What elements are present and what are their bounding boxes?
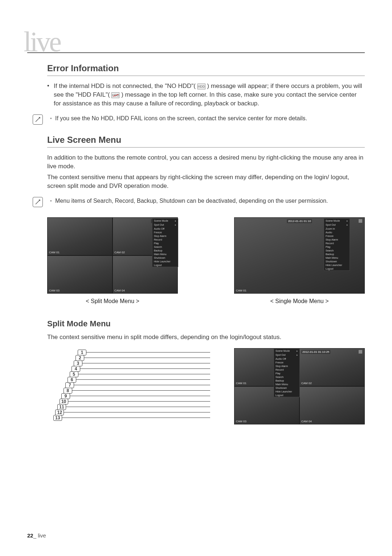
callout-row: 8 [47, 388, 210, 393]
split-mode-screenshot: CAM 01 2012-01-01 01:10 CAM 02 Scene Mod… [47, 217, 178, 294]
cam-label: CAM 03 [49, 289, 60, 292]
menu-item-label: Play [326, 246, 331, 248]
cam-label: CAM 04 [301, 420, 312, 423]
note-row-error: ▪ If you see the No HDD, HDD FAIL icons … [33, 114, 365, 125]
callout-row: 2 [47, 355, 210, 360]
menu-item[interactable]: Scene Mode▸ [152, 219, 178, 223]
menu-item[interactable]: Main Menu [324, 256, 350, 259]
chevron-right-icon: ▸ [347, 219, 348, 222]
menu-item[interactable]: Shutdown [152, 256, 178, 259]
menu-item[interactable]: Audio Off [152, 227, 178, 230]
subsection-heading-splitmode: Split Mode Menu [47, 319, 365, 329]
menu-item[interactable]: Logout [324, 267, 350, 270]
chevron-right-icon: ▸ [297, 354, 298, 356]
chevron-right-icon: ▸ [347, 223, 348, 226]
menu-item[interactable]: Hide Launcher [274, 390, 299, 393]
menu-item[interactable]: Search [274, 375, 299, 379]
menu-item[interactable]: Record [324, 241, 350, 245]
menu-item[interactable]: Scene Mode▸ [274, 349, 299, 353]
menu-item[interactable]: Hide Launcher [152, 259, 178, 263]
callout-number: 4 [72, 366, 80, 372]
cam-tile-3: CAM 03 [47, 255, 113, 294]
menu-item[interactable]: Play [152, 241, 178, 245]
section-heading-error: Error Information [47, 63, 365, 76]
note-icon [33, 197, 43, 207]
cam-label: CAM 01 [236, 289, 246, 292]
menu-item-label: Stop Alarm [326, 238, 338, 241]
menu-item[interactable]: Stop Alarm [152, 234, 178, 238]
context-menu-split[interactable]: Scene Mode▸Spot Out▸Audio OffFreezeStop … [152, 218, 178, 267]
menu-item[interactable]: Main Menu [274, 382, 299, 386]
menu-item-label: Freeze [154, 231, 162, 234]
chapter-title: live [24, 29, 365, 55]
callout-line [68, 401, 210, 402]
cam-label: CAM 03 [236, 420, 246, 423]
footer-label: _ live [33, 532, 46, 539]
bullet-dot: • [47, 82, 54, 108]
callout-number: 5 [70, 371, 78, 377]
cam-label: CAM 02 [301, 382, 312, 385]
menu-item[interactable]: Stop Alarm [324, 238, 350, 241]
menu-item[interactable]: Backup [152, 249, 178, 252]
note-icon [33, 114, 43, 125]
callout-line [70, 396, 210, 396]
menu-item[interactable]: Shutdown [324, 259, 350, 263]
menu-item-label: Search [326, 249, 334, 252]
menu-item[interactable]: Freeze [274, 360, 299, 364]
context-menu-single[interactable]: Scene Mode▸Spot Out▸Zoom InAudioFreezeSt… [324, 218, 350, 271]
menu-item[interactable]: Play [274, 371, 299, 375]
split-caption: < Split Mode Menu > [47, 298, 178, 305]
menu-item[interactable]: Spot Out▸ [274, 353, 299, 357]
menu-item-label: Main Menu [275, 383, 288, 386]
menu-item-label: Search [154, 246, 162, 248]
menu-item[interactable]: Freeze [324, 234, 350, 238]
menu-item[interactable]: Main Menu [152, 252, 178, 256]
note-text-error: If you see the No HDD, HDD FAIL icons on… [55, 114, 307, 122]
status-icon [359, 350, 362, 354]
menu-item[interactable]: Spot Out▸ [152, 223, 178, 227]
menu-item[interactable]: Hide Launcher [324, 263, 350, 267]
menu-item-label: Record [154, 238, 162, 241]
menu-item[interactable]: Search [324, 249, 350, 252]
callout-line [82, 363, 210, 363]
menu-item[interactable]: Audio Off [274, 357, 299, 360]
menu-item-label: Zoom In [326, 227, 335, 230]
callout-row: 12 [47, 410, 210, 415]
menu-item[interactable]: Zoom In [324, 227, 350, 230]
menu-item[interactable]: Spot Out▸ [324, 223, 350, 227]
callout-row: 1 [47, 350, 210, 355]
callout-row: 5 [47, 371, 210, 377]
menu-item[interactable]: Scene Mode▸ [324, 219, 350, 223]
single-caption: < Single Mode Menu > [234, 298, 365, 305]
menu-item[interactable]: Backup [324, 252, 350, 256]
menu-item-label: Record [326, 242, 334, 245]
menu-item[interactable]: Search [152, 245, 178, 249]
cam-label: CAM 04 [114, 289, 125, 292]
callout-row: 6 [47, 377, 210, 382]
menu-item[interactable]: Record [274, 368, 299, 371]
note-bullet: ▪ [50, 114, 55, 122]
timestamp: 2012-01-01 01:10:25 [301, 350, 330, 354]
menu-item[interactable]: Backup [274, 379, 299, 382]
callout-line [72, 390, 210, 391]
menu-item[interactable]: Logout [274, 393, 299, 397]
menu-item[interactable]: Shutdown [274, 386, 299, 390]
menu-item-label: Backup [154, 249, 162, 252]
menu-item-label: Hide Launcher [275, 390, 292, 393]
context-menu-diagram[interactable]: Scene Mode▸Spot Out▸Audio OffFreezeStop … [274, 348, 300, 397]
cam-tile-1: CAM 01 Scene Mode▸Spot Out▸Audio OffFree… [234, 348, 299, 386]
callout-row: 3 [47, 360, 210, 366]
menu-item-label: Search [275, 376, 283, 378]
menu-item[interactable]: Freeze [152, 230, 178, 234]
menu-item-label: Hide Launcher [326, 264, 342, 266]
menu-item[interactable]: Play [324, 245, 350, 249]
callout-number: 3 [74, 360, 82, 366]
menu-item[interactable]: Record [152, 238, 178, 241]
menu-item-label: Backup [275, 379, 284, 382]
menu-item[interactable]: Stop Alarm [274, 364, 299, 368]
callout-number: 13 [53, 415, 62, 421]
menu-item[interactable]: Logout [152, 263, 178, 267]
callout-row: 10 [47, 399, 210, 404]
menu-item[interactable]: Audio [324, 230, 350, 234]
menu-item-label: Shutdown [275, 387, 287, 389]
